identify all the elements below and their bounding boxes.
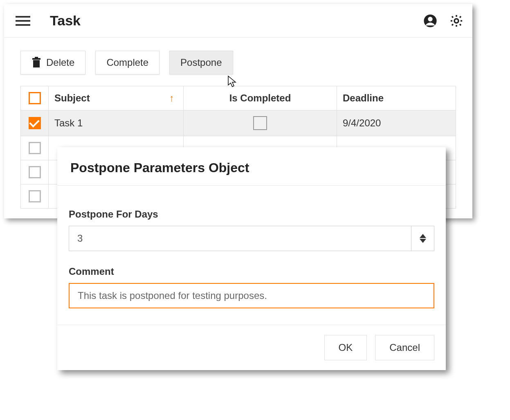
cancel-label: Cancel [389,342,420,353]
delete-button[interactable]: Delete [20,51,85,74]
column-deadline[interactable]: Deadline [337,86,456,110]
row-subject: Task 1 [49,110,184,136]
days-label: Postpone For Days [69,209,434,220]
dialog-footer: OK Cancel [57,325,446,370]
select-all-checkbox[interactable] [29,92,41,104]
trash-icon [31,57,41,68]
select-all-cell[interactable] [21,86,49,110]
comment-input[interactable] [69,283,434,308]
postpone-dialog: Postpone Parameters Object Postpone For … [57,147,446,370]
column-subject[interactable]: Subject ↑ [49,86,184,110]
column-is-completed[interactable]: Is Completed [184,86,337,110]
hamburger-icon[interactable] [16,13,30,28]
delete-label: Delete [46,57,74,68]
comment-label: Comment [69,266,434,277]
complete-label: Complete [106,57,148,68]
svg-rect-5 [35,57,38,58]
ok-label: OK [339,342,353,353]
comment-field: Comment [69,266,434,308]
gear-icon[interactable] [449,14,463,28]
table-row[interactable]: Task 1 9/4/2020 [21,110,456,136]
header-actions [423,14,463,28]
row-checkbox[interactable] [29,190,41,202]
svg-point-1 [428,17,432,21]
account-icon[interactable] [423,14,437,28]
days-spinner [411,226,434,251]
days-input-wrapper [69,226,434,251]
grid-header: Subject ↑ Is Completed Deadline [21,86,456,110]
complete-button[interactable]: Complete [95,51,160,74]
spin-up-icon[interactable] [420,234,426,238]
row-checkbox[interactable] [29,142,41,154]
toolbar: Delete Complete Postpone [4,38,472,86]
column-deadline-label: Deadline [343,92,384,104]
dialog-body: Postpone For Days Comment [57,186,446,325]
column-subject-label: Subject [54,92,90,104]
is-completed-checkbox[interactable] [253,116,267,130]
row-checkbox[interactable] [29,166,41,178]
svg-rect-3 [33,60,40,67]
row-deadline: 9/4/2020 [337,110,456,136]
days-input[interactable] [69,226,411,251]
days-field: Postpone For Days [69,209,434,251]
app-header: Task [4,4,472,38]
spin-down-icon[interactable] [420,239,426,243]
svg-rect-4 [32,58,40,60]
dialog-header: Postpone Parameters Object [57,147,446,186]
row-checkbox[interactable] [29,117,41,129]
ok-button[interactable]: OK [324,335,367,360]
svg-point-2 [454,19,458,23]
column-is-completed-label: Is Completed [229,92,291,104]
postpone-label: Postpone [180,57,222,68]
page-title: Task [50,13,423,29]
dialog-title: Postpone Parameters Object [70,160,433,175]
sort-asc-icon: ↑ [169,92,174,104]
cancel-button[interactable]: Cancel [375,335,434,360]
postpone-button[interactable]: Postpone [169,51,233,74]
